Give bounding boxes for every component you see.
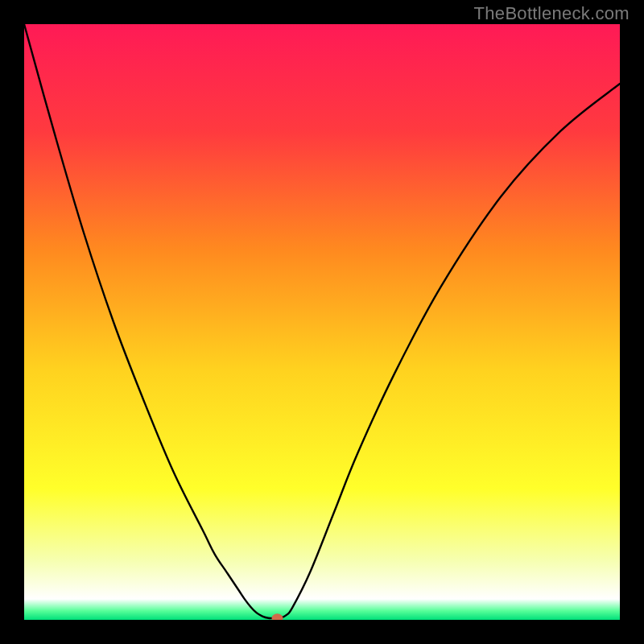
plot-area bbox=[24, 24, 620, 620]
chart-frame: TheBottleneck.com bbox=[0, 0, 644, 644]
chart-svg bbox=[24, 24, 620, 620]
watermark-text: TheBottleneck.com bbox=[474, 3, 630, 24]
